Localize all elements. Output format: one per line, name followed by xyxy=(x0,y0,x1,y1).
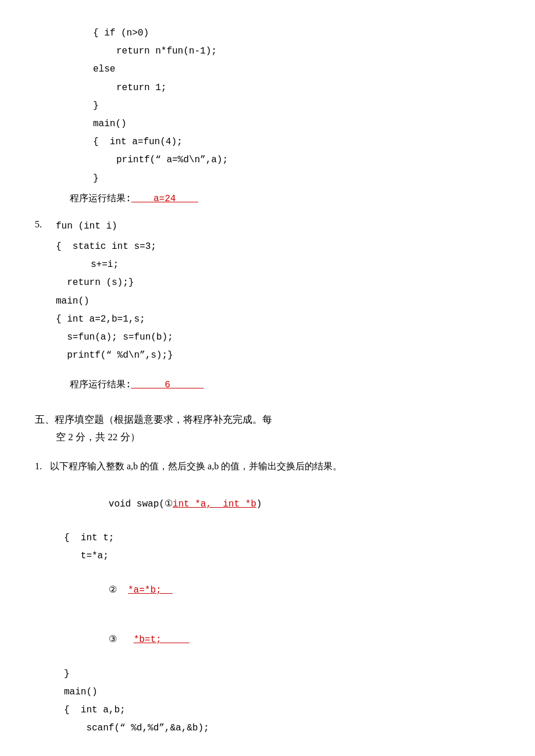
code-line: return 1; xyxy=(35,80,500,96)
section5-subtitle: 空 2 分，共 22 分） xyxy=(35,429,500,447)
problem-5-code: { static int s=3; s+=i; return (s);} mai… xyxy=(35,239,500,363)
problem-5-header: 5. fun (int i) xyxy=(35,216,500,237)
code-line: { int a=2,b=1,s; xyxy=(56,312,500,327)
code-line: { static int s=3; xyxy=(56,239,500,255)
code-line: main() xyxy=(56,294,500,309)
code-line-main: main() xyxy=(64,684,500,700)
result-label: 程序运行结果: xyxy=(70,194,131,204)
result-answer-5: 6 xyxy=(131,380,204,390)
fill-1-code: void swap(①int *a, int *b) { int t; t=*a… xyxy=(35,481,500,737)
code-line: printf(“ a=%d\n”,a); xyxy=(35,152,500,168)
code-line: main() xyxy=(35,116,500,132)
fill-1-intro: 以下程序输入整数 a,b 的值，然后交换 a,b 的值，并输出交换后的结果。 xyxy=(50,458,342,475)
code-line-void: void swap(①int *a, int *b) xyxy=(64,481,500,529)
result-line-5: 程序运行结果: 6 xyxy=(35,377,500,393)
code-line: } xyxy=(35,98,500,114)
page-content: { if (n>0) return n*fun(n-1); else retur… xyxy=(35,26,500,736)
code-line: } xyxy=(35,171,500,187)
code-line-t: t=*a; xyxy=(64,548,500,564)
fill-1-number: 1. xyxy=(35,458,50,474)
code-line-scanf: scanf(“ %d,%d”,&a,&b); xyxy=(64,721,500,736)
problem-5-title: fun (int i) xyxy=(56,219,117,234)
blank-1: int *a, int *b xyxy=(173,499,256,509)
blank-2: *a=*b; xyxy=(128,585,173,595)
problem-5-number: 5. xyxy=(35,216,56,232)
code-line: printf(“ %d\n”,s);} xyxy=(56,348,500,363)
code-line-close: } xyxy=(64,666,500,682)
code-line-blank2: ② *a=*b; xyxy=(64,566,500,614)
result-line-4: 程序运行结果: a=24 xyxy=(35,191,500,207)
code-line: s+=i; xyxy=(56,257,500,273)
code-line-blank3: ③ *b=t; xyxy=(64,616,500,664)
code-line: return n*fun(n-1); xyxy=(35,44,500,59)
code-line: s=fun(a); s=fun(b); xyxy=(56,330,500,345)
result-answer-4: a=24 xyxy=(131,194,198,204)
fill-problem-1: 1. 以下程序输入整数 a,b 的值，然后交换 a,b 的值，并输出交换后的结果… xyxy=(35,458,500,737)
section5-header: 五、程序填空题（根据题意要求，将程序补充完成。每 空 2 分，共 22 分） xyxy=(35,411,500,447)
section4-tail: { if (n>0) return n*fun(n-1); else retur… xyxy=(35,26,500,207)
blank-3: *b=t; xyxy=(134,634,190,645)
fill-1-header: 1. 以下程序输入整数 a,b 的值，然后交换 a,b 的值，并输出交换后的结果… xyxy=(35,458,500,475)
code-line-brace-open: { int t; xyxy=(64,530,500,546)
section5-title: 五、程序填空题（根据题意要求，将程序补充完成。每 xyxy=(35,411,500,429)
code-line: { int a=fun(4); xyxy=(35,134,500,150)
result-label-5: 程序运行结果: xyxy=(70,380,131,390)
code-line: return (s);} xyxy=(56,275,500,291)
problem-5: 5. fun (int i) { static int s=3; s+=i; r… xyxy=(35,216,500,394)
code-line: { if (n>0) xyxy=(35,26,500,41)
code-line-main-open: { int a,b; xyxy=(64,702,500,718)
code-line: else xyxy=(35,62,500,77)
